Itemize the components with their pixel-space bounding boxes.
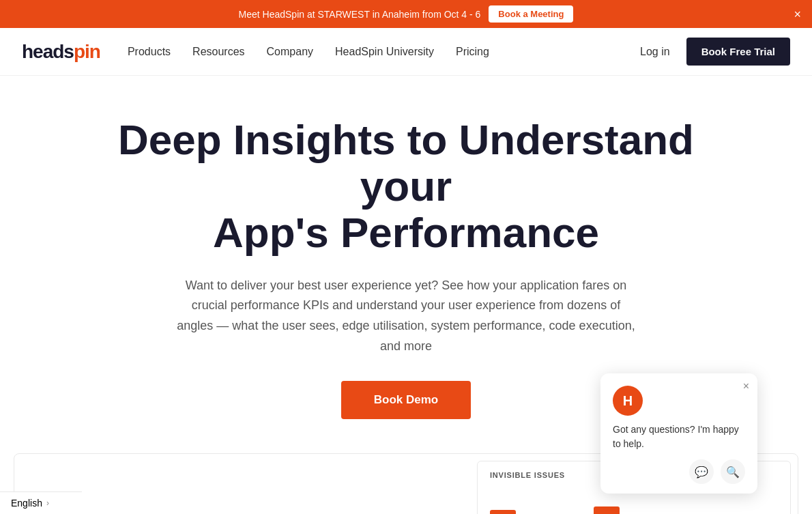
chat-avatar-letter: h — [623, 393, 633, 409]
hero-title: Deep Insights to Understand your App's P… — [82, 117, 730, 257]
nav-resources[interactable]: Resources — [192, 46, 244, 58]
hero-subtitle: Want to deliver your best user experienc… — [174, 276, 638, 357]
book-free-trial-button[interactable]: Book Free Trial — [686, 38, 790, 66]
banner-close-button[interactable]: × — [794, 8, 801, 20]
nav-university[interactable]: HeadSpin University — [335, 46, 434, 58]
nav-links: Products Resources Company HeadSpin Univ… — [128, 46, 640, 58]
nav-actions: Log in Book Free Trial — [640, 38, 790, 66]
hero-title-line2: App's Performance — [213, 209, 599, 256]
chat-action-icons: 💬 🔍 — [613, 459, 745, 484]
chat-search-icon[interactable]: 🔍 — [721, 459, 745, 484]
language-label: English — [11, 498, 42, 509]
chat-message: Got any questions? I'm happy to help. — [613, 423, 745, 451]
nav-company[interactable]: Company — [267, 46, 313, 58]
hero-title-line1: Deep Insights to Understand your — [118, 116, 694, 210]
banner-text: Meet HeadSpin at STARWEST in Anaheim fro… — [239, 9, 481, 20]
book-meeting-button[interactable]: Book a Meeting — [489, 5, 573, 23]
nav-pricing[interactable]: Pricing — [456, 46, 489, 58]
bar-4 — [594, 506, 620, 514]
chat-widget: × h Got any questions? I'm happy to help… — [600, 373, 757, 494]
language-arrow: › — [46, 498, 49, 508]
logo-text: headspin — [22, 41, 100, 63]
invisible-issues-label: INVISIBLE ISSUES — [490, 471, 565, 479]
language-selector[interactable]: English › — [0, 491, 82, 514]
chat-close-button[interactable]: × — [743, 380, 749, 392]
nav-products[interactable]: Products — [128, 46, 171, 58]
chat-avatar: h — [613, 386, 643, 416]
main-nav: headspin Products Resources Company Head… — [0, 28, 812, 76]
logo[interactable]: headspin — [22, 41, 100, 63]
announcement-banner: Meet HeadSpin at STARWEST in Anaheim fro… — [0, 0, 812, 28]
book-demo-button[interactable]: Book Demo — [341, 381, 471, 419]
login-link[interactable]: Log in — [640, 46, 670, 58]
chat-message-icon[interactable]: 💬 — [689, 459, 714, 484]
bar-1 — [490, 510, 516, 514]
